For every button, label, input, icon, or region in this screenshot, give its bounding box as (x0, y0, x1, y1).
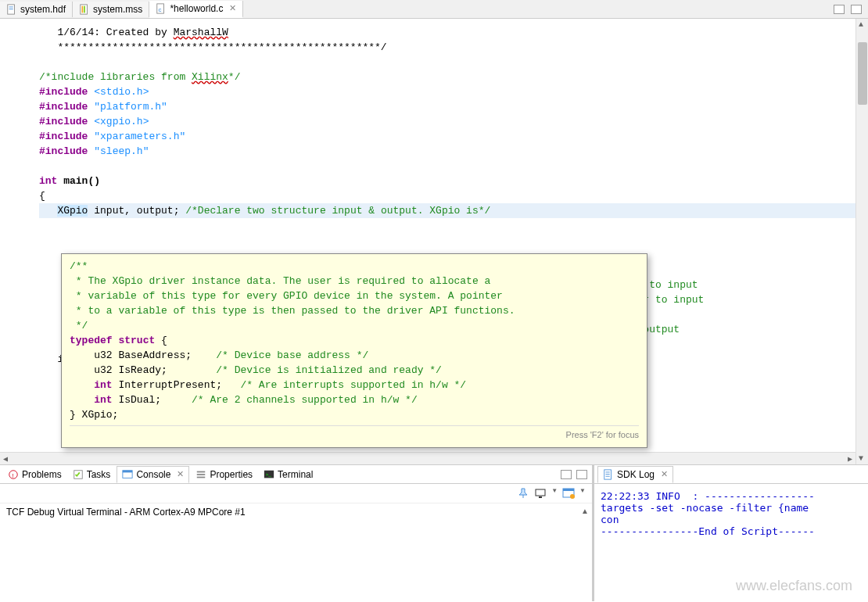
minimize-button[interactable] (834, 5, 845, 14)
log-icon (603, 469, 614, 480)
scroll-up-icon[interactable]: ▲ (859, 20, 863, 29)
svg-rect-14 (197, 474, 206, 475)
svg-rect-18 (536, 489, 545, 496)
svg-rect-21 (563, 489, 574, 491)
problems-icon: ! (8, 469, 19, 480)
close-icon[interactable]: ✕ (661, 469, 668, 479)
close-icon[interactable]: ✕ (177, 469, 184, 479)
sdk-tab-bar: SDK Log ✕ (594, 465, 868, 484)
tab-label: Problems (22, 469, 62, 480)
tab-label: SDK Log (617, 469, 655, 480)
panel-maximize-button[interactable] (576, 470, 587, 479)
tab-label: Terminal (278, 469, 313, 480)
tab-label: system.hdf (20, 4, 66, 15)
svg-rect-1 (9, 6, 13, 7)
scrollbar-thumb[interactable] (858, 42, 867, 105)
svg-point-22 (570, 494, 575, 499)
svg-rect-19 (539, 496, 542, 498)
dropdown-icon[interactable]: ▼ (551, 487, 558, 500)
console-tab-bar: ! Problems Tasks Console ✕ Properties >_… (0, 465, 592, 484)
svg-rect-2 (9, 9, 13, 9)
console-panel: ! Problems Tasks Console ✕ Properties >_… (0, 465, 594, 601)
svg-text:c: c (159, 5, 162, 13)
editor-tab-bar: system.hdf system.mss c *helloworld.c ✕ (0, 0, 868, 19)
svg-rect-15 (197, 476, 206, 478)
code-line: /*include libraries from Xilinx*/ (39, 71, 240, 83)
open-console-icon[interactable] (562, 487, 575, 500)
tab-label: Tasks (87, 469, 111, 480)
scroll-down-icon[interactable]: ▼ (859, 454, 863, 463)
console-title: TCF Debug Virtual Terminal - ARM Cortex-… (6, 507, 586, 518)
code-line: #include "xparameters.h" (39, 131, 185, 142)
tab-label: *helloworld.c (170, 3, 223, 14)
horizontal-scrollbar[interactable]: ◀ ▶ (0, 452, 855, 464)
code-line: ****************************************… (39, 41, 387, 53)
console-body: TCF Debug Virtual Terminal - ARM Cortex-… (0, 503, 592, 601)
code-line: 1/6/14: Created by MarshallW (39, 27, 228, 38)
svg-rect-13 (197, 471, 206, 472)
c-file-icon: c (156, 3, 167, 14)
tasks-icon (73, 469, 84, 480)
tab-tasks[interactable]: Tasks (68, 467, 116, 482)
tab-system-mss[interactable]: system.mss (73, 2, 149, 17)
tab-sdk-log[interactable]: SDK Log ✕ (597, 466, 673, 483)
dropdown-icon[interactable]: ▼ (579, 487, 586, 500)
tooltip-footer: Press 'F2' for focus (70, 425, 639, 443)
svg-rect-24 (606, 471, 610, 472)
tab-label: Console (136, 469, 170, 480)
console-icon (122, 469, 133, 480)
code-line-highlighted: XGpio input, output; /*Declare two struc… (39, 203, 868, 218)
window-controls (834, 5, 868, 14)
pin-icon[interactable] (517, 487, 529, 500)
tab-properties[interactable]: Properties (191, 467, 257, 482)
scroll-up-icon[interactable]: ▲ (581, 507, 589, 515)
console-toolbar: ▼ ▼ (0, 484, 592, 503)
tab-terminal[interactable]: >_ Terminal (259, 467, 317, 482)
code-line: { (39, 190, 45, 202)
bottom-panels: ! Problems Tasks Console ✕ Properties >_… (0, 464, 868, 601)
mss-file-icon (79, 4, 90, 15)
maximize-button[interactable] (851, 5, 862, 14)
display-icon[interactable] (534, 487, 547, 500)
code-line: #include <stdio.h> (39, 86, 149, 98)
hdf-file-icon (6, 4, 17, 15)
scroll-right-icon[interactable]: ▶ (848, 454, 852, 464)
svg-text:>_: >_ (266, 471, 272, 476)
svg-rect-25 (606, 474, 610, 475)
sdk-log-panel: SDK Log ✕ 22:22:33 INFO : --------------… (594, 465, 868, 601)
svg-rect-5 (84, 5, 85, 13)
scroll-left-icon[interactable]: ◀ (3, 454, 8, 464)
properties-icon (195, 469, 206, 480)
svg-rect-26 (606, 475, 610, 476)
terminal-icon: >_ (264, 469, 274, 480)
hover-tooltip: /** * The XGpio driver instance data. Th… (61, 253, 647, 448)
editor-area: − 1/6/14: Created by MarshallW *********… (0, 19, 868, 464)
tab-helloworld-c[interactable]: c *helloworld.c ✕ (149, 1, 243, 18)
tab-console[interactable]: Console ✕ (117, 466, 189, 483)
svg-text:!: ! (12, 471, 13, 478)
code-line: #include <xgpio.h> (39, 116, 149, 127)
tab-label: Properties (210, 469, 253, 480)
console-input[interactable] (6, 518, 586, 529)
svg-rect-12 (123, 470, 132, 472)
panel-minimize-button[interactable] (561, 470, 572, 479)
tab-label: system.mss (93, 4, 142, 15)
code-line: #include "sleep.h" (39, 145, 149, 157)
sdk-log-body[interactable]: 22:22:33 INFO : ------------------ targe… (594, 484, 868, 601)
vertical-scrollbar[interactable]: ▲ ▼ (855, 19, 868, 464)
tab-system-hdf[interactable]: system.hdf (0, 2, 73, 17)
code-line: #include "platform.h" (39, 101, 167, 113)
svg-rect-4 (82, 5, 84, 13)
close-icon[interactable]: ✕ (229, 3, 236, 13)
tab-problems[interactable]: ! Problems (3, 467, 66, 482)
code-line: int main() (39, 175, 100, 187)
